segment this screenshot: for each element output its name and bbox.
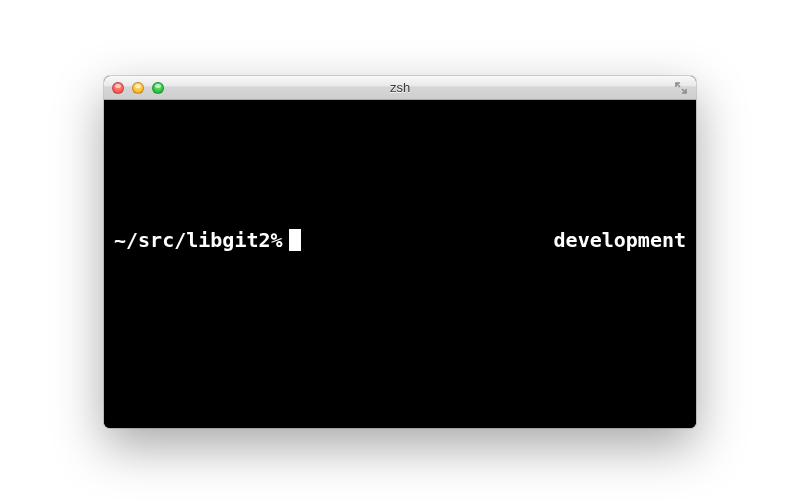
prompt-left: ~/src/libgit2%: [114, 228, 301, 252]
prompt-right: development: [554, 228, 686, 252]
terminal-body[interactable]: ~/src/libgit2% development: [104, 100, 696, 428]
cursor-icon: [289, 229, 301, 251]
close-icon[interactable]: [112, 82, 124, 94]
traffic-lights: [112, 82, 164, 94]
fullscreen-icon[interactable]: [674, 81, 688, 95]
prompt-line: ~/src/libgit2% development: [114, 228, 686, 252]
window-title: zsh: [104, 80, 696, 95]
zoom-icon[interactable]: [152, 82, 164, 94]
prompt-path: ~/src/libgit2%: [114, 228, 283, 252]
terminal-window: zsh ~/src/libgit2% development: [104, 76, 696, 428]
titlebar: zsh: [104, 76, 696, 100]
minimize-icon[interactable]: [132, 82, 144, 94]
